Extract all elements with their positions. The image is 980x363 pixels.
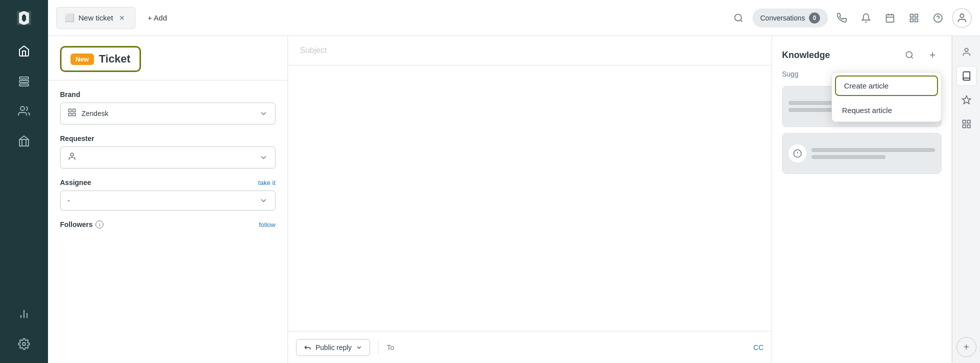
requester-chevron	[259, 153, 268, 162]
content-area: New Ticket Brand Zendesk	[48, 36, 980, 363]
svg-point-8	[22, 342, 26, 346]
to-label: To	[386, 344, 394, 352]
request-article-label: Request article	[842, 106, 892, 114]
phone-button[interactable]	[832, 8, 852, 28]
knowledge-panel: Knowledge Sugg	[772, 36, 952, 363]
subject-field	[288, 36, 772, 66]
strip-grid-icon[interactable]	[956, 114, 976, 134]
card-line-4	[812, 155, 886, 159]
app-logo[interactable]	[12, 6, 36, 30]
create-article-dropdown: Create article Request article	[832, 72, 942, 122]
request-article-item[interactable]: Request article	[832, 99, 941, 122]
subject-input[interactable]	[300, 46, 760, 55]
svg-point-34	[964, 48, 968, 52]
cc-link[interactable]: CC	[754, 344, 764, 352]
user-avatar[interactable]	[952, 8, 972, 28]
card-icon-2	[788, 144, 806, 162]
reply-divider	[378, 340, 378, 354]
right-icon-strip: +	[952, 36, 980, 363]
reply-type-label: Public reply	[316, 344, 352, 352]
nav-item-reports[interactable]	[11, 301, 37, 327]
svg-rect-23	[73, 109, 76, 112]
svg-rect-11	[886, 14, 894, 22]
notifications-button[interactable]	[856, 8, 876, 28]
strip-user-icon[interactable]	[956, 42, 976, 62]
brand-label: Brand	[60, 90, 276, 98]
ticket-content: Public reply To CC	[288, 36, 772, 363]
new-badge: New	[70, 54, 94, 65]
new-ticket-badge: New Ticket	[60, 46, 141, 72]
reply-chevron-icon	[356, 344, 362, 351]
strip-add-button[interactable]: +	[956, 337, 976, 357]
search-button[interactable]	[728, 8, 748, 28]
create-article-label: Create article	[844, 82, 888, 90]
assignee-field: Assignee take it -	[60, 178, 276, 210]
svg-rect-1	[20, 80, 28, 82]
svg-point-27	[906, 52, 912, 58]
reply-icon	[304, 344, 312, 352]
svg-rect-37	[962, 125, 966, 128]
assignee-chevron	[259, 196, 268, 205]
nav-item-companies[interactable]	[11, 128, 37, 154]
reply-type-button[interactable]: Public reply	[296, 339, 370, 356]
strip-book-icon[interactable]	[956, 66, 976, 86]
requester-label: Requester	[60, 134, 276, 142]
knowledge-add-button[interactable]	[924, 46, 942, 64]
calendar-button[interactable]	[880, 8, 900, 28]
ticket-fields: Brand Zendesk R	[48, 80, 288, 238]
article-card-2	[782, 133, 942, 174]
svg-rect-24	[68, 114, 71, 116]
conversations-label: Conversations	[760, 14, 806, 22]
svg-rect-17	[910, 18, 914, 22]
conversations-button[interactable]: Conversations 0	[752, 8, 828, 28]
reply-toolbar: Public reply To CC	[288, 331, 772, 363]
add-button[interactable]: + Add	[140, 10, 175, 26]
nav-item-settings[interactable]	[11, 331, 37, 357]
topbar: ⬜ New ticket ✕ + Add Conversations 0	[48, 0, 980, 36]
requester-icon	[68, 152, 76, 163]
svg-point-3	[20, 106, 24, 110]
tab-icon: ⬜	[64, 13, 74, 22]
svg-rect-16	[915, 14, 918, 17]
ticket-badge: Ticket	[99, 52, 130, 66]
svg-rect-15	[910, 14, 914, 17]
strip-magic-icon[interactable]	[956, 90, 976, 110]
new-ticket-tab[interactable]: ⬜ New ticket ✕	[56, 7, 136, 29]
svg-point-9	[734, 14, 741, 20]
svg-rect-22	[68, 109, 71, 112]
svg-rect-35	[962, 120, 966, 124]
grid-button[interactable]	[904, 8, 924, 28]
brand-icon	[68, 108, 76, 119]
followers-info-icon[interactable]: i	[96, 220, 104, 228]
help-button[interactable]	[928, 8, 948, 28]
nav-item-home[interactable]	[11, 38, 37, 64]
create-article-item[interactable]: Create article	[835, 76, 938, 96]
followers-label: Followers	[60, 220, 92, 228]
tab-close-button[interactable]: ✕	[117, 13, 127, 23]
ticket-sidebar: New Ticket Brand Zendesk	[48, 36, 288, 363]
brand-value: Zendesk	[82, 110, 254, 118]
ticket-header: New Ticket	[48, 36, 288, 80]
svg-rect-0	[20, 77, 28, 79]
tab-label: New ticket	[78, 14, 113, 22]
svg-point-26	[70, 153, 74, 156]
main-area: ⬜ New ticket ✕ + Add Conversations 0	[48, 0, 980, 363]
assignee-value: -	[68, 196, 70, 204]
conversations-badge: 0	[809, 12, 820, 24]
assignee-label: Assignee	[60, 178, 91, 186]
followers-field: Followers i follow	[60, 220, 276, 228]
brand-chevron	[259, 109, 268, 118]
svg-rect-4	[20, 140, 28, 146]
knowledge-search-button[interactable]	[900, 46, 918, 64]
assignee-select[interactable]: -	[60, 190, 276, 210]
svg-rect-38	[967, 125, 970, 128]
nav-rail	[0, 0, 48, 363]
follow-link[interactable]: follow	[259, 221, 276, 228]
nav-item-tickets[interactable]	[11, 68, 37, 94]
nav-item-contacts[interactable]	[11, 98, 37, 124]
reply-area[interactable]	[288, 66, 772, 331]
brand-select[interactable]: Zendesk	[60, 102, 276, 124]
card-lines-2	[812, 148, 935, 159]
take-it-link[interactable]: take it	[258, 179, 276, 186]
requester-select[interactable]	[60, 146, 276, 168]
